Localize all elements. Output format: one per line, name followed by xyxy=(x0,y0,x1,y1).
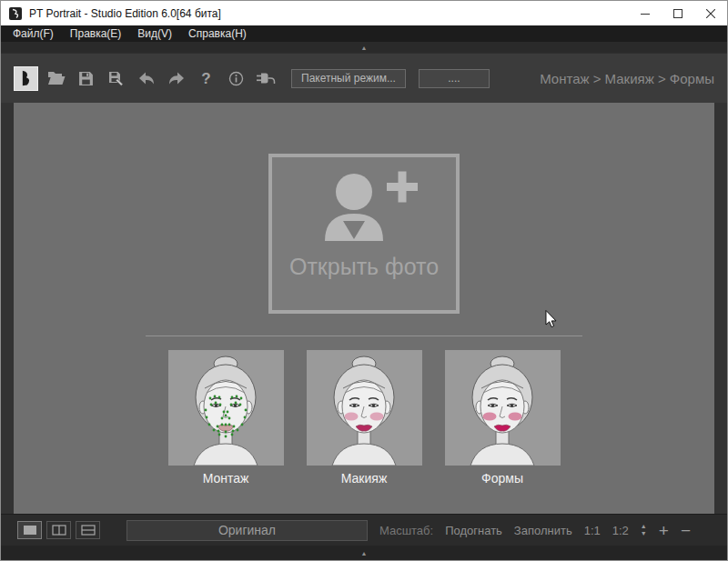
more-options-button[interactable]: .... xyxy=(419,69,490,88)
open-photo-dropzone[interactable]: Открыть фото xyxy=(268,154,460,314)
open-file-button[interactable] xyxy=(44,66,68,91)
add-photo-icon xyxy=(307,166,421,252)
redo-button[interactable] xyxy=(164,66,188,91)
save-as-button[interactable] xyxy=(104,66,128,91)
bottombar-collapse-strip[interactable]: ▲ xyxy=(1,546,727,560)
collapse-bottom-icon: ▲ xyxy=(361,550,368,556)
split-vertical-view-button[interactable] xyxy=(46,521,71,539)
toolbar: ? Пакетный режим... .... Монтаж > Макияж… xyxy=(1,53,727,103)
original-preview-button[interactable]: Оригинал xyxy=(126,520,368,541)
info-icon xyxy=(228,71,244,86)
bottombar: Оригинал Масштаб: Подогнать Заполнить 1:… xyxy=(1,514,727,546)
save-as-icon xyxy=(108,71,125,86)
menu-edit[interactable]: Правка(E) xyxy=(62,25,130,42)
toolbar-collapse-strip[interactable]: ▲ xyxy=(1,42,727,53)
workspace: Открыть фото Монтаж Макияж Формы xyxy=(1,103,727,514)
undo-icon xyxy=(137,71,156,85)
single-pane-icon xyxy=(23,525,37,536)
app-icon xyxy=(8,6,23,21)
current-tool-button[interactable] xyxy=(14,66,38,91)
titlebar: PT Portrait - Studio Edition 6.0[64 бита… xyxy=(1,1,727,25)
split-horizontal-icon xyxy=(81,525,96,536)
menubar: Файл(F) Правка(E) Вид(V) Справка(H) xyxy=(1,25,727,42)
minimize-button[interactable] xyxy=(629,1,662,25)
module-forms[interactable]: Формы xyxy=(445,350,561,486)
undo-button[interactable] xyxy=(134,66,158,91)
makeup-preview-image[interactable] xyxy=(307,350,422,466)
close-icon xyxy=(706,9,715,18)
zoom-1-2-button[interactable]: 1:2 xyxy=(612,524,629,537)
forms-label: Формы xyxy=(445,471,561,486)
plug-icon xyxy=(257,72,276,85)
zoom-in-button[interactable]: + xyxy=(659,522,669,539)
open-photo-label: Открыть фото xyxy=(289,254,439,280)
app-window: PT Portrait - Studio Edition 6.0[64 бита… xyxy=(0,0,728,561)
scale-label: Масштаб: xyxy=(379,524,433,537)
module-thumbnails: Монтаж Макияж Формы xyxy=(168,350,561,486)
montage-preview-image[interactable] xyxy=(168,350,284,466)
zoom-out-button[interactable]: − xyxy=(681,522,691,539)
canvas: Открыть фото Монтаж Макияж Формы xyxy=(14,103,714,514)
zoom-spinner: ▲ ▼ xyxy=(641,524,647,536)
module-makeup[interactable]: Макияж xyxy=(307,350,422,486)
view-mode-buttons xyxy=(17,521,100,539)
montage-label: Монтаж xyxy=(168,471,284,486)
fit-button[interactable]: Подогнать xyxy=(445,524,502,537)
makeup-label: Макияж xyxy=(307,471,422,486)
modules-divider xyxy=(146,336,582,336)
menu-view[interactable]: Вид(V) xyxy=(129,25,180,42)
folder-icon xyxy=(47,71,66,85)
module-montage[interactable]: Монтаж xyxy=(168,350,284,486)
close-button[interactable] xyxy=(694,1,727,25)
window-controls xyxy=(629,1,727,25)
maximize-icon xyxy=(673,9,682,18)
maximize-button[interactable] xyxy=(662,1,694,25)
single-view-button[interactable] xyxy=(17,521,42,539)
forms-preview-image[interactable] xyxy=(445,350,561,466)
breadcrumb: Монтаж > Макияж > Формы xyxy=(540,71,714,86)
collapse-up-icon: ▲ xyxy=(361,45,368,51)
window-title: PT Portrait - Studio Edition 6.0[64 бита… xyxy=(29,7,221,20)
redo-icon xyxy=(167,71,186,85)
help-icon: ? xyxy=(201,71,210,86)
zoom-spin-down-button[interactable]: ▼ xyxy=(641,531,647,536)
plugin-button[interactable] xyxy=(254,66,278,91)
fill-button[interactable]: Заполнить xyxy=(514,524,572,537)
minimize-icon xyxy=(641,9,650,18)
save-button[interactable] xyxy=(74,66,98,91)
pt-portrait-tool-icon xyxy=(17,69,35,87)
help-button[interactable]: ? xyxy=(194,66,218,91)
about-button[interactable] xyxy=(224,66,248,91)
zoom-spin-up-button[interactable]: ▲ xyxy=(641,524,647,529)
zoom-controls: Масштаб: Подогнать Заполнить 1:1 1:2 ▲ ▼… xyxy=(379,522,691,539)
menu-file[interactable]: Файл(F) xyxy=(5,25,62,42)
zoom-1-1-button[interactable]: 1:1 xyxy=(584,524,601,537)
split-horizontal-view-button[interactable] xyxy=(76,521,100,539)
save-icon xyxy=(78,71,94,86)
batch-mode-button[interactable]: Пакетный режим... xyxy=(291,69,406,88)
menu-help[interactable]: Справка(H) xyxy=(180,25,255,42)
pt-portrait-logo-icon xyxy=(8,6,23,21)
split-vertical-icon xyxy=(52,525,66,536)
